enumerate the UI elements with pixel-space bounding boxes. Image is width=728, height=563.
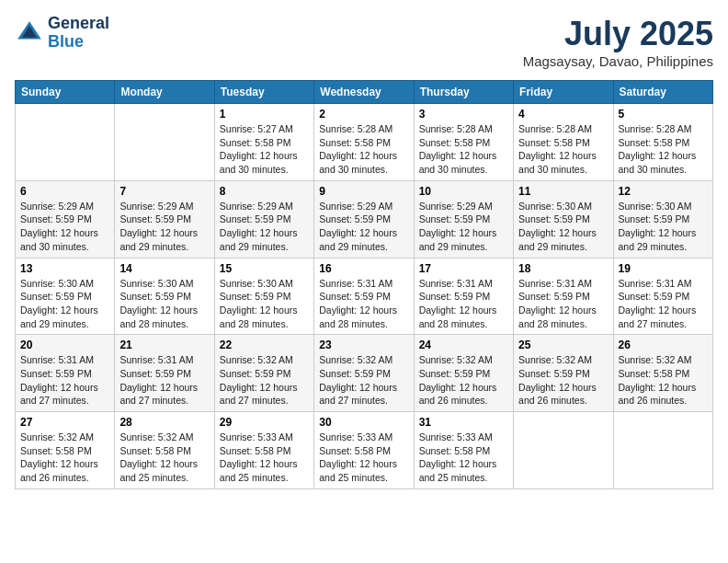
- day-info: Sunrise: 5:32 AMSunset: 5:58 PMDaylight:…: [119, 431, 209, 485]
- weekday-header-wednesday: Wednesday: [314, 81, 414, 104]
- day-info: Sunrise: 5:32 AMSunset: 5:59 PMDaylight:…: [419, 353, 508, 408]
- day-info: Sunrise: 5:32 AMSunset: 5:58 PMDaylight:…: [20, 431, 109, 485]
- month-title: July 2025: [523, 15, 713, 53]
- day-number: 5: [619, 108, 708, 121]
- calendar-cell: 5Sunrise: 5:28 AMSunset: 5:58 PMDaylight…: [613, 104, 712, 181]
- day-number: 20: [20, 339, 109, 351]
- weekday-header-sunday: Sunday: [16, 81, 115, 104]
- calendar-week-2: 6Sunrise: 5:29 AMSunset: 5:59 PMDaylight…: [16, 180, 713, 258]
- day-number: 9: [319, 185, 408, 198]
- day-number: 31: [419, 416, 508, 429]
- day-number: 28: [119, 416, 209, 429]
- calendar-cell: 24Sunrise: 5:32 AMSunset: 5:59 PMDayligh…: [414, 335, 513, 412]
- calendar-cell: 3Sunrise: 5:28 AMSunset: 5:58 PMDaylight…: [414, 104, 513, 181]
- day-info: Sunrise: 5:31 AMSunset: 5:59 PMDaylight:…: [419, 277, 508, 331]
- calendar-cell: [514, 412, 613, 489]
- page-header: General Blue July 2025 Magsaysay, Davao,…: [15, 15, 713, 69]
- day-info: Sunrise: 5:30 AMSunset: 5:59 PMDaylight:…: [619, 200, 708, 254]
- day-number: 29: [220, 416, 309, 429]
- day-number: 30: [319, 416, 408, 429]
- day-info: Sunrise: 5:33 AMSunset: 5:58 PMDaylight:…: [419, 431, 508, 485]
- calendar-cell: 13Sunrise: 5:30 AMSunset: 5:59 PMDayligh…: [16, 258, 115, 335]
- day-info: Sunrise: 5:29 AMSunset: 5:59 PMDaylight:…: [20, 200, 109, 254]
- calendar-cell: 7Sunrise: 5:29 AMSunset: 5:59 PMDaylight…: [115, 180, 214, 258]
- day-number: 12: [619, 185, 708, 198]
- day-info: Sunrise: 5:31 AMSunset: 5:59 PMDaylight:…: [619, 277, 708, 331]
- day-info: Sunrise: 5:30 AMSunset: 5:59 PMDaylight:…: [220, 277, 309, 331]
- weekday-header-tuesday: Tuesday: [214, 81, 313, 104]
- day-info: Sunrise: 5:28 AMSunset: 5:58 PMDaylight:…: [518, 122, 608, 177]
- day-number: 3: [419, 108, 508, 121]
- day-info: Sunrise: 5:31 AMSunset: 5:59 PMDaylight:…: [119, 353, 209, 408]
- calendar-cell: 26Sunrise: 5:32 AMSunset: 5:58 PMDayligh…: [613, 335, 712, 412]
- calendar-cell: 11Sunrise: 5:30 AMSunset: 5:59 PMDayligh…: [514, 180, 613, 258]
- day-info: Sunrise: 5:31 AMSunset: 5:59 PMDaylight:…: [20, 353, 109, 408]
- day-info: Sunrise: 5:31 AMSunset: 5:59 PMDaylight:…: [319, 277, 408, 331]
- location-subtitle: Magsaysay, Davao, Philippines: [523, 53, 713, 69]
- weekday-header-monday: Monday: [115, 81, 214, 104]
- day-info: Sunrise: 5:29 AMSunset: 5:59 PMDaylight:…: [119, 200, 209, 254]
- calendar-cell: 31Sunrise: 5:33 AMSunset: 5:58 PMDayligh…: [414, 412, 513, 489]
- calendar-week-1: 1Sunrise: 5:27 AMSunset: 5:58 PMDaylight…: [16, 104, 713, 181]
- calendar-cell: [613, 412, 712, 489]
- day-info: Sunrise: 5:29 AMSunset: 5:59 PMDaylight:…: [419, 200, 508, 254]
- calendar-cell: 10Sunrise: 5:29 AMSunset: 5:59 PMDayligh…: [414, 180, 513, 258]
- calendar-cell: 30Sunrise: 5:33 AMSunset: 5:58 PMDayligh…: [314, 412, 414, 489]
- day-info: Sunrise: 5:32 AMSunset: 5:58 PMDaylight:…: [619, 353, 708, 408]
- day-number: 25: [518, 339, 608, 351]
- calendar-week-3: 13Sunrise: 5:30 AMSunset: 5:59 PMDayligh…: [16, 258, 713, 335]
- weekday-header-friday: Friday: [514, 81, 613, 104]
- calendar-cell: 14Sunrise: 5:30 AMSunset: 5:59 PMDayligh…: [115, 258, 214, 335]
- title-block: July 2025 Magsaysay, Davao, Philippines: [523, 15, 713, 69]
- day-number: 14: [119, 262, 209, 275]
- calendar-cell: 18Sunrise: 5:31 AMSunset: 5:59 PMDayligh…: [514, 258, 613, 335]
- calendar-cell: 22Sunrise: 5:32 AMSunset: 5:59 PMDayligh…: [214, 335, 313, 412]
- calendar-cell: [16, 104, 115, 181]
- calendar-cell: [115, 104, 214, 181]
- calendar-cell: 27Sunrise: 5:32 AMSunset: 5:58 PMDayligh…: [16, 412, 115, 489]
- day-number: 4: [518, 108, 608, 121]
- day-info: Sunrise: 5:29 AMSunset: 5:59 PMDaylight:…: [220, 200, 309, 254]
- day-number: 18: [518, 262, 608, 275]
- calendar-cell: 29Sunrise: 5:33 AMSunset: 5:58 PMDayligh…: [214, 412, 313, 489]
- day-number: 16: [319, 262, 408, 275]
- calendar-table: SundayMondayTuesdayWednesdayThursdayFrid…: [15, 80, 713, 489]
- day-number: 23: [319, 339, 408, 351]
- day-info: Sunrise: 5:33 AMSunset: 5:58 PMDaylight:…: [220, 431, 309, 485]
- day-info: Sunrise: 5:32 AMSunset: 5:59 PMDaylight:…: [319, 353, 408, 408]
- calendar-week-4: 20Sunrise: 5:31 AMSunset: 5:59 PMDayligh…: [16, 335, 713, 412]
- day-number: 11: [518, 185, 608, 198]
- day-info: Sunrise: 5:30 AMSunset: 5:59 PMDaylight:…: [518, 200, 608, 254]
- day-info: Sunrise: 5:31 AMSunset: 5:59 PMDaylight:…: [518, 277, 608, 331]
- calendar-cell: 16Sunrise: 5:31 AMSunset: 5:59 PMDayligh…: [314, 258, 414, 335]
- day-info: Sunrise: 5:28 AMSunset: 5:58 PMDaylight:…: [419, 122, 508, 177]
- day-number: 26: [619, 339, 708, 351]
- day-number: 7: [119, 185, 209, 198]
- logo-line2: Blue: [48, 33, 109, 52]
- day-info: Sunrise: 5:28 AMSunset: 5:58 PMDaylight:…: [619, 122, 708, 177]
- day-info: Sunrise: 5:32 AMSunset: 5:59 PMDaylight:…: [220, 353, 309, 408]
- day-info: Sunrise: 5:32 AMSunset: 5:59 PMDaylight:…: [518, 353, 608, 408]
- day-info: Sunrise: 5:29 AMSunset: 5:59 PMDaylight:…: [319, 200, 408, 254]
- calendar-body: 1Sunrise: 5:27 AMSunset: 5:58 PMDaylight…: [16, 104, 713, 489]
- day-info: Sunrise: 5:30 AMSunset: 5:59 PMDaylight:…: [119, 277, 209, 331]
- day-number: 6: [20, 185, 109, 198]
- day-number: 27: [20, 416, 109, 429]
- calendar-cell: 28Sunrise: 5:32 AMSunset: 5:58 PMDayligh…: [115, 412, 214, 489]
- calendar-cell: 12Sunrise: 5:30 AMSunset: 5:59 PMDayligh…: [613, 180, 712, 258]
- calendar-cell: 8Sunrise: 5:29 AMSunset: 5:59 PMDaylight…: [214, 180, 313, 258]
- logo: General Blue: [15, 15, 109, 52]
- day-number: 17: [419, 262, 508, 275]
- calendar-cell: 15Sunrise: 5:30 AMSunset: 5:59 PMDayligh…: [214, 258, 313, 335]
- calendar-cell: 2Sunrise: 5:28 AMSunset: 5:58 PMDaylight…: [314, 104, 414, 181]
- day-number: 8: [220, 185, 309, 198]
- calendar-cell: 25Sunrise: 5:32 AMSunset: 5:59 PMDayligh…: [514, 335, 613, 412]
- day-info: Sunrise: 5:30 AMSunset: 5:59 PMDaylight:…: [20, 277, 109, 331]
- day-number: 24: [419, 339, 508, 351]
- day-number: 15: [220, 262, 309, 275]
- day-number: 1: [220, 108, 309, 121]
- weekday-header-row: SundayMondayTuesdayWednesdayThursdayFrid…: [16, 81, 713, 104]
- calendar-cell: 4Sunrise: 5:28 AMSunset: 5:58 PMDaylight…: [514, 104, 613, 181]
- calendar-cell: 17Sunrise: 5:31 AMSunset: 5:59 PMDayligh…: [414, 258, 513, 335]
- calendar-cell: 21Sunrise: 5:31 AMSunset: 5:59 PMDayligh…: [115, 335, 214, 412]
